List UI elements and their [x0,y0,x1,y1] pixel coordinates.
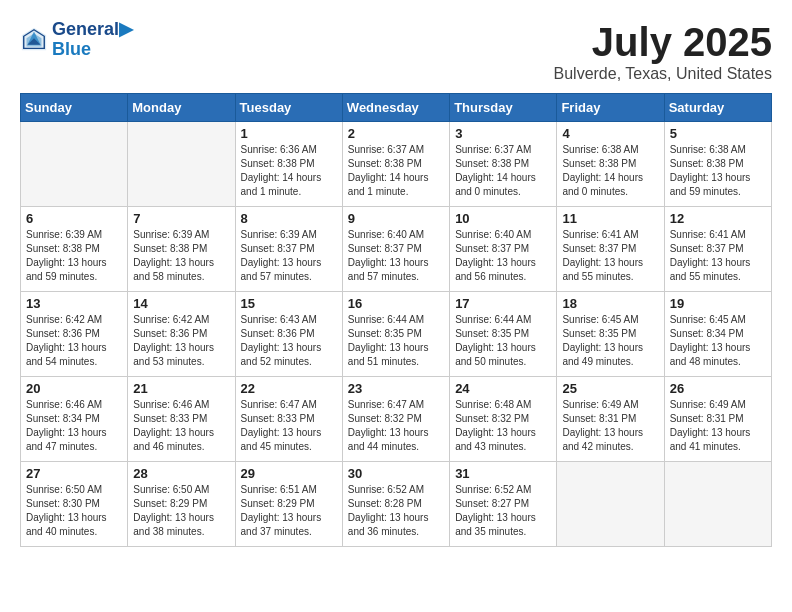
calendar-cell: 21Sunrise: 6:46 AM Sunset: 8:33 PM Dayli… [128,377,235,462]
day-info: Sunrise: 6:47 AM Sunset: 8:33 PM Dayligh… [241,398,337,454]
page-header: General▶ Blue July 2025 Bulverde, Texas,… [20,20,772,83]
day-number: 31 [455,466,551,481]
calendar-table: SundayMondayTuesdayWednesdayThursdayFrid… [20,93,772,547]
calendar-cell: 29Sunrise: 6:51 AM Sunset: 8:29 PM Dayli… [235,462,342,547]
day-number: 22 [241,381,337,396]
month-title: July 2025 [554,20,773,65]
weekday-header-monday: Monday [128,94,235,122]
day-info: Sunrise: 6:45 AM Sunset: 8:34 PM Dayligh… [670,313,766,369]
day-number: 30 [348,466,444,481]
day-info: Sunrise: 6:48 AM Sunset: 8:32 PM Dayligh… [455,398,551,454]
calendar-cell: 23Sunrise: 6:47 AM Sunset: 8:32 PM Dayli… [342,377,449,462]
day-number: 6 [26,211,122,226]
calendar-cell: 15Sunrise: 6:43 AM Sunset: 8:36 PM Dayli… [235,292,342,377]
day-number: 19 [670,296,766,311]
weekday-header-sunday: Sunday [21,94,128,122]
weekday-header-thursday: Thursday [450,94,557,122]
day-info: Sunrise: 6:38 AM Sunset: 8:38 PM Dayligh… [670,143,766,199]
day-number: 13 [26,296,122,311]
day-info: Sunrise: 6:52 AM Sunset: 8:28 PM Dayligh… [348,483,444,539]
calendar-cell [21,122,128,207]
calendar-cell: 14Sunrise: 6:42 AM Sunset: 8:36 PM Dayli… [128,292,235,377]
calendar-cell: 6Sunrise: 6:39 AM Sunset: 8:38 PM Daylig… [21,207,128,292]
day-info: Sunrise: 6:49 AM Sunset: 8:31 PM Dayligh… [562,398,658,454]
day-info: Sunrise: 6:50 AM Sunset: 8:30 PM Dayligh… [26,483,122,539]
day-number: 26 [670,381,766,396]
day-info: Sunrise: 6:43 AM Sunset: 8:36 PM Dayligh… [241,313,337,369]
weekday-header-friday: Friday [557,94,664,122]
weekday-header-wednesday: Wednesday [342,94,449,122]
day-number: 24 [455,381,551,396]
day-info: Sunrise: 6:49 AM Sunset: 8:31 PM Dayligh… [670,398,766,454]
day-number: 3 [455,126,551,141]
calendar-cell: 5Sunrise: 6:38 AM Sunset: 8:38 PM Daylig… [664,122,771,207]
calendar-cell: 26Sunrise: 6:49 AM Sunset: 8:31 PM Dayli… [664,377,771,462]
day-info: Sunrise: 6:51 AM Sunset: 8:29 PM Dayligh… [241,483,337,539]
calendar-cell: 3Sunrise: 6:37 AM Sunset: 8:38 PM Daylig… [450,122,557,207]
day-number: 21 [133,381,229,396]
day-info: Sunrise: 6:39 AM Sunset: 8:38 PM Dayligh… [133,228,229,284]
weekday-header-saturday: Saturday [664,94,771,122]
calendar-cell: 4Sunrise: 6:38 AM Sunset: 8:38 PM Daylig… [557,122,664,207]
day-info: Sunrise: 6:47 AM Sunset: 8:32 PM Dayligh… [348,398,444,454]
weekday-header-tuesday: Tuesday [235,94,342,122]
calendar-cell: 7Sunrise: 6:39 AM Sunset: 8:38 PM Daylig… [128,207,235,292]
day-info: Sunrise: 6:52 AM Sunset: 8:27 PM Dayligh… [455,483,551,539]
day-info: Sunrise: 6:39 AM Sunset: 8:37 PM Dayligh… [241,228,337,284]
day-info: Sunrise: 6:39 AM Sunset: 8:38 PM Dayligh… [26,228,122,284]
calendar-cell [557,462,664,547]
day-info: Sunrise: 6:45 AM Sunset: 8:35 PM Dayligh… [562,313,658,369]
logo: General▶ Blue [20,20,133,60]
week-row-3: 13Sunrise: 6:42 AM Sunset: 8:36 PM Dayli… [21,292,772,377]
calendar-cell: 17Sunrise: 6:44 AM Sunset: 8:35 PM Dayli… [450,292,557,377]
day-number: 16 [348,296,444,311]
day-number: 17 [455,296,551,311]
calendar-cell: 19Sunrise: 6:45 AM Sunset: 8:34 PM Dayli… [664,292,771,377]
calendar-cell: 25Sunrise: 6:49 AM Sunset: 8:31 PM Dayli… [557,377,664,462]
calendar-cell: 11Sunrise: 6:41 AM Sunset: 8:37 PM Dayli… [557,207,664,292]
calendar-cell: 2Sunrise: 6:37 AM Sunset: 8:38 PM Daylig… [342,122,449,207]
calendar-cell: 8Sunrise: 6:39 AM Sunset: 8:37 PM Daylig… [235,207,342,292]
day-info: Sunrise: 6:46 AM Sunset: 8:34 PM Dayligh… [26,398,122,454]
title-block: July 2025 Bulverde, Texas, United States [554,20,773,83]
calendar-cell: 12Sunrise: 6:41 AM Sunset: 8:37 PM Dayli… [664,207,771,292]
day-number: 4 [562,126,658,141]
day-info: Sunrise: 6:46 AM Sunset: 8:33 PM Dayligh… [133,398,229,454]
day-number: 27 [26,466,122,481]
day-number: 8 [241,211,337,226]
calendar-cell: 16Sunrise: 6:44 AM Sunset: 8:35 PM Dayli… [342,292,449,377]
calendar-cell: 27Sunrise: 6:50 AM Sunset: 8:30 PM Dayli… [21,462,128,547]
calendar-cell: 24Sunrise: 6:48 AM Sunset: 8:32 PM Dayli… [450,377,557,462]
calendar-cell [664,462,771,547]
calendar-cell: 13Sunrise: 6:42 AM Sunset: 8:36 PM Dayli… [21,292,128,377]
calendar-cell: 10Sunrise: 6:40 AM Sunset: 8:37 PM Dayli… [450,207,557,292]
week-row-2: 6Sunrise: 6:39 AM Sunset: 8:38 PM Daylig… [21,207,772,292]
calendar-cell: 31Sunrise: 6:52 AM Sunset: 8:27 PM Dayli… [450,462,557,547]
logo-icon [20,26,48,54]
day-number: 7 [133,211,229,226]
day-number: 2 [348,126,444,141]
day-info: Sunrise: 6:37 AM Sunset: 8:38 PM Dayligh… [348,143,444,199]
day-number: 25 [562,381,658,396]
day-info: Sunrise: 6:36 AM Sunset: 8:38 PM Dayligh… [241,143,337,199]
day-info: Sunrise: 6:40 AM Sunset: 8:37 PM Dayligh… [455,228,551,284]
weekday-header-row: SundayMondayTuesdayWednesdayThursdayFrid… [21,94,772,122]
day-number: 14 [133,296,229,311]
day-number: 18 [562,296,658,311]
location: Bulverde, Texas, United States [554,65,773,83]
day-number: 20 [26,381,122,396]
day-info: Sunrise: 6:42 AM Sunset: 8:36 PM Dayligh… [26,313,122,369]
calendar-cell: 20Sunrise: 6:46 AM Sunset: 8:34 PM Dayli… [21,377,128,462]
calendar-cell: 18Sunrise: 6:45 AM Sunset: 8:35 PM Dayli… [557,292,664,377]
day-number: 12 [670,211,766,226]
day-info: Sunrise: 6:40 AM Sunset: 8:37 PM Dayligh… [348,228,444,284]
day-info: Sunrise: 6:37 AM Sunset: 8:38 PM Dayligh… [455,143,551,199]
logo-text-line2: Blue [52,40,133,60]
calendar-cell: 1Sunrise: 6:36 AM Sunset: 8:38 PM Daylig… [235,122,342,207]
day-number: 11 [562,211,658,226]
day-number: 29 [241,466,337,481]
day-info: Sunrise: 6:41 AM Sunset: 8:37 PM Dayligh… [562,228,658,284]
week-row-4: 20Sunrise: 6:46 AM Sunset: 8:34 PM Dayli… [21,377,772,462]
day-number: 1 [241,126,337,141]
calendar-cell [128,122,235,207]
